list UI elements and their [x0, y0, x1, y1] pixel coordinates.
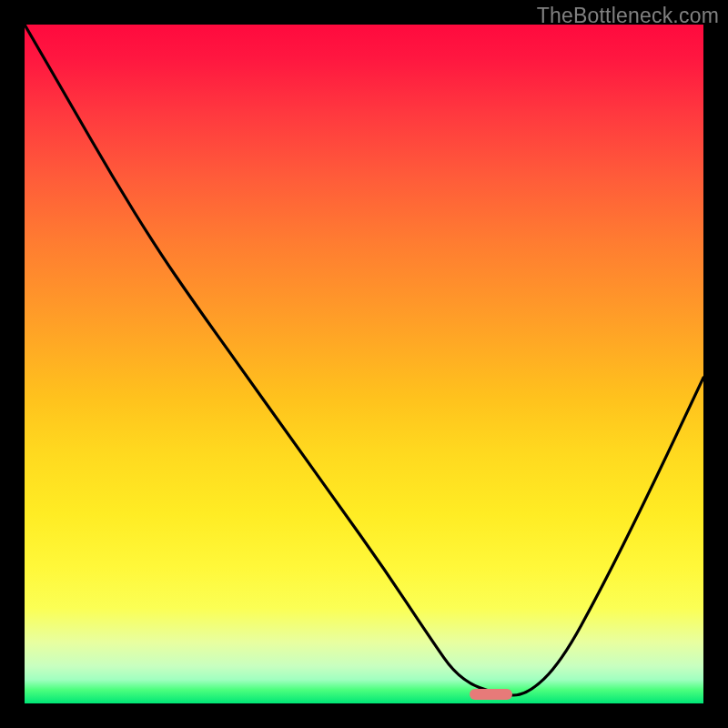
- chart-frame: TheBottleneck.com: [0, 0, 728, 728]
- optimum-marker: [470, 689, 512, 700]
- bottleneck-curve: [0, 0, 728, 728]
